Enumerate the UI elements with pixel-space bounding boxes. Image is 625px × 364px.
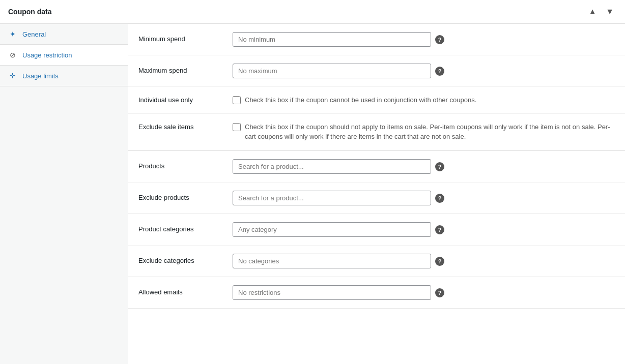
maximum-spend-input[interactable]: [233, 64, 431, 78]
individual-use-label: Individual use only: [138, 95, 233, 104]
sidebar-item-usage-restriction-label: Usage restriction: [22, 51, 72, 59]
minimum-spend-help-icon[interactable]: ?: [435, 35, 444, 44]
form-row-product-categories: Product categories ?: [128, 214, 625, 246]
product-categories-label: Product categories: [138, 222, 233, 233]
individual-use-wrapper: Check this box if the coupon cannot be u…: [233, 95, 615, 105]
individual-use-text: Check this box if the coupon cannot be u…: [245, 95, 476, 105]
sidebar-item-usage-limits[interactable]: ✛ Usage limits: [0, 66, 128, 86]
allowed-emails-wrapper: ?: [233, 285, 615, 300]
maximum-spend-wrapper: ?: [233, 64, 615, 78]
exclude-categories-label: Exclude categories: [138, 254, 233, 264]
maximum-spend-help-icon[interactable]: ?: [435, 67, 444, 76]
products-input[interactable]: [233, 159, 431, 174]
coupon-data-panel: Coupon data ▲ ▼ ✦ General ⊘ Usage restri…: [0, 0, 625, 364]
product-categories-wrapper: ?: [233, 222, 615, 237]
product-categories-help-icon[interactable]: ?: [435, 225, 444, 234]
exclude-categories-input[interactable]: [233, 254, 431, 268]
form-row-exclude-categories: Exclude categories ?: [128, 246, 625, 277]
exclude-products-input[interactable]: [233, 191, 431, 205]
panel-title: Coupon data: [8, 8, 52, 16]
exclude-products-label: Exclude products: [138, 191, 233, 201]
form-row-minimum-spend: Minimum spend ?: [128, 24, 625, 55]
spend-section: Minimum spend ? Maximum spend ?: [128, 24, 625, 151]
form-row-exclude-sale: Exclude sale items Check this box if the…: [128, 114, 625, 150]
product-categories-input[interactable]: [233, 222, 431, 237]
form-row-products: Products ?: [128, 151, 625, 183]
sidebar-item-usage-limits-label: Usage limits: [22, 72, 59, 80]
products-help-icon[interactable]: ?: [435, 162, 444, 171]
maximum-spend-label: Maximum spend: [138, 64, 233, 74]
products-wrapper: ?: [233, 159, 615, 174]
usage-limits-icon: ✛: [8, 72, 17, 80]
products-section: Products ? Exclude products ?: [128, 151, 625, 214]
allowed-emails-help-icon[interactable]: ?: [435, 288, 444, 297]
allowed-emails-label: Allowed emails: [138, 285, 233, 296]
products-label: Products: [138, 159, 233, 170]
exclude-categories-wrapper: ?: [233, 254, 615, 268]
collapse-button[interactable]: ▲: [585, 6, 600, 17]
sidebar: ✦ General ⊘ Usage restriction ✛ Usage li…: [0, 24, 128, 364]
emails-section: Allowed emails ?: [128, 277, 625, 309]
sidebar-item-general[interactable]: ✦ General: [0, 24, 128, 45]
exclude-sale-checkbox[interactable]: [233, 123, 241, 131]
exclude-categories-help-icon[interactable]: ?: [435, 257, 444, 266]
usage-restriction-icon: ⊘: [8, 51, 17, 59]
exclude-sale-wrapper: Check this box if the coupon should not …: [233, 122, 615, 142]
form-row-individual-use: Individual use only Check this box if th…: [128, 87, 625, 114]
allowed-emails-input[interactable]: [233, 285, 431, 300]
expand-button[interactable]: ▼: [603, 6, 617, 17]
exclude-products-wrapper: ?: [233, 191, 615, 205]
exclude-sale-label: Exclude sale items: [138, 122, 233, 131]
sidebar-item-usage-restriction[interactable]: ⊘ Usage restriction: [0, 45, 128, 66]
content-area: ✦ General ⊘ Usage restriction ✛ Usage li…: [0, 24, 625, 364]
individual-use-checkbox[interactable]: [233, 96, 241, 104]
exclude-products-help-icon[interactable]: ?: [435, 194, 444, 203]
minimum-spend-wrapper: ?: [233, 32, 615, 47]
form-row-allowed-emails: Allowed emails ?: [128, 277, 625, 308]
panel-header: Coupon data ▲ ▼: [0, 0, 625, 24]
header-controls: ▲ ▼: [585, 6, 617, 17]
minimum-spend-input[interactable]: [233, 32, 431, 47]
form-row-exclude-products: Exclude products ?: [128, 183, 625, 214]
exclude-sale-text: Check this box if the coupon should not …: [245, 122, 615, 142]
main-content: Minimum spend ? Maximum spend ?: [128, 24, 625, 364]
form-row-maximum-spend: Maximum spend ?: [128, 55, 625, 87]
categories-section: Product categories ? Exclude categories …: [128, 214, 625, 277]
minimum-spend-label: Minimum spend: [138, 32, 233, 43]
sidebar-item-general-label: General: [22, 31, 46, 38]
general-icon: ✦: [8, 30, 17, 38]
